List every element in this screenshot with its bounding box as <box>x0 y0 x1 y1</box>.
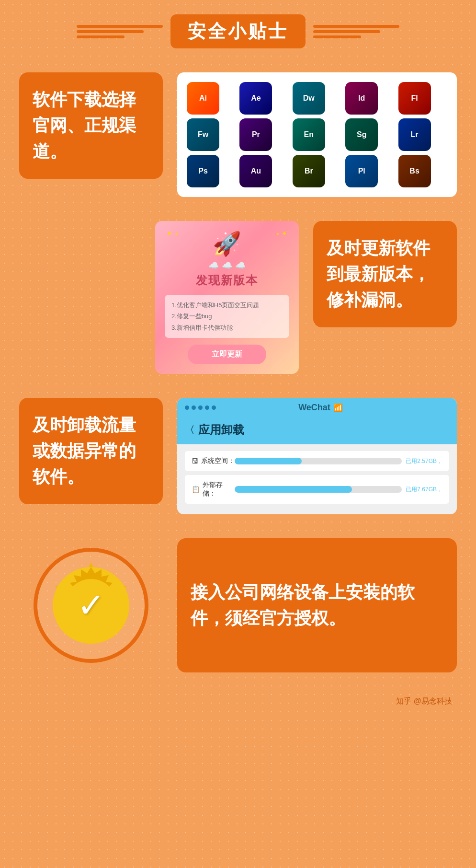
footer-text: 知乎 @易念科技 <box>396 697 452 705</box>
medal-checkmark: ✓ <box>77 586 105 625</box>
dot-4 <box>205 405 209 410</box>
section2-text-card: 及时更新软件到最新版本，修补漏洞。 <box>313 221 457 327</box>
wechat-nav: 〈 应用卸载 <box>177 417 457 444</box>
wechat-brand: WeChat 📶 <box>298 403 343 413</box>
wechat-status-bar: WeChat 📶 <box>177 398 457 417</box>
wechat-system-row: 🖫 系统空间： 已用2.57GB， <box>185 451 449 471</box>
wechat-system-label: 🖫 系统空间： <box>192 457 235 465</box>
header-title-box: 安全小贴士 <box>170 14 306 48</box>
adobe-fl-icon: Fl <box>398 82 431 115</box>
section1-text-card: 软件下载选择官网、正规渠道。 <box>19 72 163 179</box>
update-title: 发现新版本 <box>196 273 258 288</box>
header-line-1 <box>77 25 163 28</box>
adobe-en-icon: En <box>293 118 325 151</box>
page-title: 安全小贴士 <box>188 19 288 44</box>
update-feature-3: 3.新增信用卡代偿功能 <box>171 322 283 333</box>
medal-container: ✓ <box>19 538 163 672</box>
update-features: 1.优化客户端和H5页面交互问题 2.修复一些bug 3.新增信用卡代偿功能 <box>165 295 289 338</box>
adobe-ps-icon: Ps <box>187 155 219 187</box>
wechat-back-button[interactable]: 〈 <box>185 424 194 437</box>
wechat-nav-title: 应用卸载 <box>198 422 244 438</box>
adobe-pr-icon: Pr <box>239 118 272 151</box>
medal-inner: ✓ <box>45 560 136 651</box>
footer: 知乎 @易念科技 <box>19 696 457 706</box>
adobe-ae-icon: Ae <box>239 82 272 115</box>
external-progress-bar <box>235 486 402 493</box>
page-header: 安全小贴士 <box>19 14 457 48</box>
external-progress-fill <box>235 486 352 493</box>
wechat-external-row: 📋 外部存储： 已用7.67GB， <box>185 475 449 504</box>
update-feature-2: 2.修复一些bug <box>171 311 283 322</box>
update-feature-1: 1.优化客户端和H5页面交互问题 <box>171 300 283 311</box>
section1-row: 软件下载选择官网、正规渠道。 Ai Ae Dw Id Fl Fw Pr En S… <box>19 72 457 197</box>
adobe-pl-icon: Pl <box>345 155 378 187</box>
update-notification-card: ✦ ✦ ✦ ✦ 🚀 ☁️ ☁️ ☁️ 发现新版本 1.优化客户端和H5页面交互问… <box>155 221 299 374</box>
medal-outer-ring: ✓ <box>34 548 148 663</box>
adobe-grid: Ai Ae Dw Id Fl Fw Pr En Sg Lr Ps Au Br P… <box>187 82 447 187</box>
adobe-icons-card: Ai Ae Dw Id Fl Fw Pr En Sg Lr Ps Au Br P… <box>177 72 457 197</box>
system-storage-value: 已用2.57GB， <box>406 457 442 465</box>
wechat-external-label: 📋 外部存储： <box>192 481 235 498</box>
dot-5 <box>212 405 216 410</box>
header-line-right-1 <box>313 25 399 28</box>
wechat-wifi-icon: 📶 <box>333 403 343 412</box>
rocket-icon: 🚀 <box>213 231 241 257</box>
dot-3 <box>198 405 203 410</box>
header-line-right-2 <box>313 30 380 33</box>
wechat-signal-dots <box>185 405 216 410</box>
header-lines-left <box>77 25 163 38</box>
update-button[interactable]: 立即更新 <box>188 345 266 364</box>
storage-icon: 🖫 <box>192 457 198 465</box>
adobe-sg-icon: Sg <box>345 118 378 151</box>
external-storage-value: 已用7.67GB， <box>406 486 442 494</box>
header-lines-right <box>313 25 399 38</box>
header-line-right-3 <box>313 35 361 38</box>
wechat-card: WeChat 📶 〈 应用卸载 🖫 系统空间： 已用 <box>177 398 457 514</box>
section2-text: 及时更新软件到最新版本，修补漏洞。 <box>327 235 443 313</box>
wechat-brand-text: WeChat <box>298 403 330 413</box>
section3-row: 及时卸载流量或数据异常的软件。 WeChat 📶 〈 应用卸载 <box>19 398 457 514</box>
adobe-dw-icon: Dw <box>293 82 325 115</box>
adobe-id-icon: Id <box>345 82 378 115</box>
adobe-bs-icon: Bs <box>398 155 431 187</box>
wechat-content: 🖫 系统空间： 已用2.57GB， 📋 外部存储： <box>177 444 457 514</box>
section2-row: 及时更新软件到最新版本，修补漏洞。 ✦ ✦ ✦ ✦ 🚀 ☁️ ☁️ ☁️ 发现新… <box>19 221 457 374</box>
external-storage-icon: 📋 <box>192 486 200 493</box>
section3-text: 及时卸载流量或数据异常的软件。 <box>33 412 149 490</box>
section1-text: 软件下载选择官网、正规渠道。 <box>33 87 149 164</box>
system-progress-fill <box>235 458 302 464</box>
section4-row: 接入公司网络设备上安装的软件，须经官方授权。 ✓ <box>19 538 457 672</box>
adobe-br-icon: Br <box>293 155 325 187</box>
header-line-2 <box>77 30 144 33</box>
section3-text-card: 及时卸载流量或数据异常的软件。 <box>19 398 163 504</box>
adobe-lr-icon: Lr <box>398 118 431 151</box>
dot-2 <box>192 405 196 410</box>
section4-text-card: 接入公司网络设备上安装的软件，须经官方授权。 <box>177 538 457 672</box>
header-line-3 <box>77 35 125 38</box>
dot-1 <box>185 405 189 410</box>
adobe-au-icon: Au <box>239 155 272 187</box>
system-progress-bar <box>235 458 402 464</box>
adobe-fw-icon: Fw <box>187 118 219 151</box>
section4-text: 接入公司网络设备上安装的软件，须经官方授权。 <box>191 579 443 631</box>
adobe-ai-icon: Ai <box>187 82 219 115</box>
